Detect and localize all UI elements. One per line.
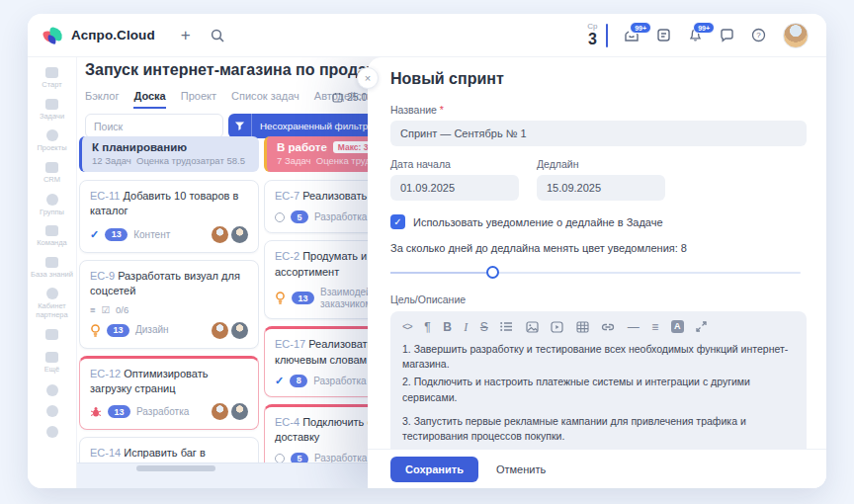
tab-board[interactable]: Доска	[133, 90, 165, 109]
sidebar-item-feedback[interactable]	[28, 426, 76, 438]
image-icon[interactable]	[526, 321, 539, 333]
task-card-ec12[interactable]: ЕС-12 Оптимизировать загрузку страниц 13…	[79, 356, 259, 431]
notifications-badge: 99+	[693, 22, 715, 34]
sidebar-item-tasks[interactable]: Задачи	[28, 99, 76, 122]
italic-icon[interactable]: I	[464, 321, 468, 333]
sidebar-item-product-news[interactable]	[28, 384, 76, 396]
link-icon[interactable]	[601, 322, 615, 332]
projects-icon	[46, 129, 58, 141]
sidebar-item-knowledge-base[interactable]: База знаний	[28, 257, 76, 280]
sidebar-item-projects[interactable]: Проекты	[28, 129, 76, 153]
story-points-badge: 5	[291, 210, 308, 223]
horizontal-rule-icon[interactable]: —	[628, 321, 640, 333]
partner-cabinet-icon	[46, 288, 58, 299]
calendar-accent-bar	[606, 24, 609, 47]
start-date-label: Дата начала	[390, 158, 519, 170]
board-search-input[interactable]	[85, 114, 223, 138]
checklist-icon: ☑	[102, 304, 111, 315]
weekday-label: Ср	[587, 23, 597, 31]
sidebar-item-groups[interactable]: Группы	[28, 194, 76, 217]
sidebar-item-extra[interactable]	[28, 329, 76, 343]
cancel-button[interactable]: Отменить	[496, 463, 546, 475]
column-header-to-planning[interactable]: К планированию 12 Задач Оценка трудозатр…	[79, 136, 259, 172]
help-icon[interactable]: ?	[751, 28, 766, 42]
strikethrough-icon[interactable]: S	[480, 321, 488, 333]
name-field-label: Название *	[390, 104, 807, 116]
aspro-logo-icon[interactable]	[43, 27, 63, 44]
tab-task-list[interactable]: Список задач	[231, 90, 299, 109]
goal-item: 2. Подключить и настроить платежные сист…	[402, 375, 795, 404]
story-points-badge: 13	[292, 292, 314, 304]
screenshot-stage: Аспро.Cloud + Ср 3 99+ 99+	[0, 0, 854, 504]
goal-item: 1. Завершить разработку и тестирование в…	[402, 342, 795, 372]
bold-icon[interactable]: B	[443, 321, 452, 333]
product-news-icon	[46, 384, 58, 396]
panel-footer: Сохранить Отменить	[368, 449, 826, 488]
paragraph-icon[interactable]: ¶	[424, 321, 430, 333]
sidebar-item-team[interactable]: Команда	[28, 225, 76, 248]
idea-bulb-icon	[90, 324, 101, 337]
deadline-input[interactable]	[537, 175, 665, 201]
task-card-ec14[interactable]: ЕС-14 Исправить баг в корзине 1.5 Баги	[79, 437, 259, 462]
integrations-icon	[46, 405, 58, 417]
story-points-badge: 13	[108, 405, 130, 418]
groups-icon	[46, 194, 58, 206]
chat-icon[interactable]	[720, 28, 734, 42]
filter-funnel-icon[interactable]	[228, 114, 252, 138]
description-label: Цель/Описание	[390, 294, 807, 305]
checkbox-checked-icon[interactable]: ✓	[390, 214, 405, 229]
notifications-bell-icon[interactable]: 99+	[688, 28, 703, 42]
open-status-icon	[275, 212, 285, 222]
team-icon	[45, 225, 58, 236]
filter-pill[interactable]: Несохраненный фильтр ×	[228, 114, 388, 138]
deadline-label: Дедлайн	[537, 158, 665, 170]
fullscreen-icon[interactable]	[696, 321, 707, 332]
global-search-icon[interactable]	[211, 29, 224, 42]
assignee-avatar[interactable]	[231, 322, 248, 339]
sidebar-item-more[interactable]: Ещё	[28, 352, 76, 375]
tab-project[interactable]: Проект	[181, 90, 216, 109]
align-icon[interactable]: ≡	[651, 321, 658, 333]
save-button[interactable]: Сохранить	[390, 457, 478, 482]
calendar-widget[interactable]: Ср 3	[587, 23, 597, 47]
days-before-deadline-slider[interactable]	[390, 266, 807, 279]
inbox-badge: 99+	[630, 22, 651, 34]
inbox-icon[interactable]: 99+	[624, 28, 640, 42]
code-icon[interactable]: <>	[402, 322, 412, 332]
close-icon[interactable]: ×	[357, 67, 379, 89]
create-plus-button[interactable]: +	[181, 26, 191, 45]
sprint-name-input[interactable]	[390, 121, 807, 146]
table-icon[interactable]	[576, 321, 589, 333]
text-color-icon[interactable]: A	[671, 320, 684, 333]
horizontal-scrollbar[interactable]	[136, 465, 215, 471]
sparkle-icon	[45, 329, 58, 340]
brand-name: Аспро.Cloud	[71, 28, 155, 42]
goal-item: 3. Запустить первые рекламные кампании д…	[402, 414, 795, 444]
tab-backlog[interactable]: Бэклог	[85, 90, 119, 109]
notes-icon[interactable]	[656, 28, 671, 42]
user-avatar[interactable]	[783, 23, 809, 48]
start-date-input[interactable]	[390, 175, 519, 201]
deadline-notification-checkbox[interactable]: ✓ Использовать уведомление о дедлайне в …	[390, 214, 807, 229]
slider-handle[interactable]	[486, 266, 499, 279]
card-tag: Разработка	[314, 211, 367, 223]
done-check-icon: ✓	[275, 375, 284, 387]
assignee-avatar[interactable]	[231, 403, 248, 420]
sidebar-item-partner-cabinet[interactable]: Кабинет партнера	[28, 288, 76, 319]
required-asterisk: *	[440, 104, 444, 116]
task-card-ec11[interactable]: ЕС-11 Добавить 10 товаров в каталог ✓ 13…	[79, 180, 259, 253]
sidebar-item-crm[interactable]: CRM	[28, 162, 76, 185]
assignee-avatar[interactable]	[231, 226, 248, 243]
sidebar-item-integrations[interactable]	[28, 405, 76, 417]
assignee-avatar[interactable]	[212, 226, 228, 243]
description-editor[interactable]: <> ¶ B I S — ≡ A 1. Завершить разработку…	[390, 311, 807, 467]
bullet-list-icon[interactable]	[500, 321, 513, 332]
assignee-avatar[interactable]	[212, 322, 228, 339]
card-tag: Дизайн	[135, 324, 169, 336]
task-card-ec9[interactable]: ЕС-9 Разработать визуал для соцсетей ≡☑0…	[79, 260, 259, 349]
assignee-avatar[interactable]	[212, 403, 228, 420]
feedback-icon	[46, 426, 58, 438]
video-icon[interactable]	[551, 321, 563, 333]
sidebar-item-start[interactable]: Старт	[28, 67, 76, 90]
editor-toolbar: <> ¶ B I S — ≡ A	[402, 320, 795, 333]
